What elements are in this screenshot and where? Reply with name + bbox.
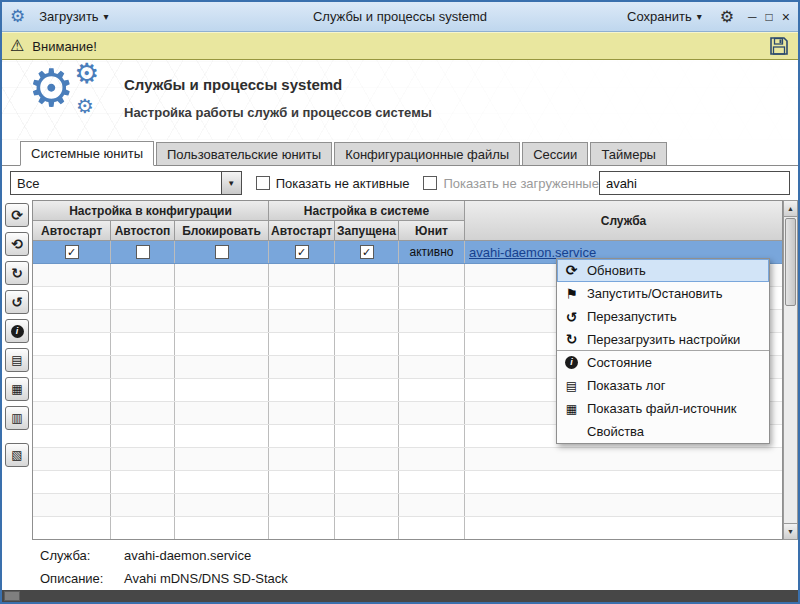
filter-bar: Все ▼ Показать не активные Показать не з… <box>2 166 798 200</box>
menu-item-refresh[interactable]: ⟳ Обновить <box>557 259 769 282</box>
scroll-down-button[interactable]: ▼ <box>784 523 797 539</box>
vertical-scrollbar[interactable]: ▲ ▼ <box>783 200 798 540</box>
gear-icon: ⚙ <box>76 96 94 116</box>
warning-icon: ⚠ <box>10 38 24 54</box>
block-checkbox[interactable] <box>215 245 229 259</box>
scope-select[interactable]: Все ▼ <box>10 171 242 195</box>
start-stop-flag-icon: ⚑ <box>563 286 580 302</box>
window-title: Службы и процессы systemd <box>313 9 487 24</box>
detail-service-row: Служба: avahi-daemon.service <box>40 548 798 563</box>
chevron-down-icon: ▾ <box>697 11 702 22</box>
column-header-service[interactable]: Служба <box>465 201 782 241</box>
tab-label: Пользовательские юниты <box>167 147 321 162</box>
tab-label: Конфигурационные файлы <box>345 147 509 162</box>
toolbar-list-button[interactable]: ▧ <box>5 443 29 467</box>
tab-timers[interactable]: Таймеры <box>590 142 667 165</box>
cell: активно <box>399 241 465 263</box>
running-checkbox[interactable]: ✓ <box>360 245 374 259</box>
autostop-checkbox[interactable] <box>136 245 150 259</box>
minimize-button[interactable]: ─ <box>748 11 757 23</box>
page-title: Службы и процессы systemd <box>124 76 432 93</box>
detail-description-row: Описание: Avahi mDNS/DNS SD-Stack <box>40 571 798 586</box>
service-label: Служба: <box>40 548 124 563</box>
menu-item-status[interactable]: i Состояние <box>557 351 769 374</box>
gear-icon: ⚙ <box>28 62 75 114</box>
toolbar-undo-button[interactable]: ⟲ <box>5 232 29 256</box>
load-menu-button[interactable]: Загрузить ▾ <box>31 6 116 27</box>
menu-item-label: Показать лог <box>587 378 666 393</box>
save-file-icon[interactable] <box>768 35 790 57</box>
menu-item-show-log[interactable]: ▤ Показать лог <box>557 374 769 397</box>
details-panel: Служба: avahi-daemon.service Описание: A… <box>2 540 798 592</box>
show-unloaded-checkbox[interactable] <box>423 176 437 190</box>
menu-item-restart[interactable]: ↺ Перезапустить <box>557 305 769 328</box>
select-arrow-icon: ▼ <box>221 172 241 194</box>
tab-label: Системные юниты <box>31 146 143 161</box>
save-menu-button[interactable]: Сохранить ▾ <box>619 6 710 27</box>
save-menu-label: Сохранить <box>627 9 692 24</box>
menu-item-label: Запустить/Остановить <box>587 286 722 301</box>
menu-item-start-stop[interactable]: ⚑ Запустить/Остановить <box>557 282 769 305</box>
journal-icon: ▥ <box>11 411 22 425</box>
app-window: ⚙ Загрузить ▾ Службы и процессы systemd … <box>0 0 800 604</box>
source-file-icon: ▦ <box>11 382 22 396</box>
tab-config-files[interactable]: Конфигурационные файлы <box>334 142 520 165</box>
toolbar-refresh-button[interactable]: ⟳ <box>5 203 29 227</box>
show-inactive-checkbox[interactable] <box>256 176 270 190</box>
menu-item-show-source[interactable]: ▦ Показать файл-источник <box>557 397 769 420</box>
description-value: Avahi mDNS/DNS SD-Stack <box>124 571 288 586</box>
column-header-unit[interactable]: Юнит <box>399 221 465 241</box>
table-row <box>33 494 782 517</box>
menu-item-label: Показать файл-источник <box>587 401 736 416</box>
source-file-icon: ▦ <box>563 402 580 416</box>
reload-icon: ↻ <box>11 265 23 281</box>
window-controls: ─ □ × <box>748 10 790 24</box>
unit-filter-input[interactable] <box>599 171 790 195</box>
info-icon: i <box>565 356 578 369</box>
tab-system-units[interactable]: Системные юниты <box>20 141 154 166</box>
column-header-autostop[interactable]: Автостоп <box>111 221 175 241</box>
table-row <box>33 448 782 471</box>
toolbar-journal-button[interactable]: ▥ <box>5 406 29 430</box>
log-icon: ▤ <box>563 379 580 393</box>
reload-settings-icon: ↻ <box>563 331 580 347</box>
scroll-up-button[interactable]: ▲ <box>784 201 797 217</box>
app-icon: ⚙ <box>10 8 25 25</box>
autostart-system-checkbox[interactable]: ✓ <box>295 245 309 259</box>
scroll-thumb[interactable] <box>785 218 796 306</box>
menu-item-label: Перезапустить <box>587 309 677 324</box>
cell: ✓ <box>33 241 111 263</box>
column-header-autostart-system[interactable]: Автостарт <box>269 221 335 241</box>
scope-select-value: Все <box>11 172 221 194</box>
settings-gear-icon[interactable]: ⚙ <box>720 9 734 25</box>
refresh-icon: ⟳ <box>11 207 23 223</box>
close-button[interactable]: × <box>782 10 790 24</box>
column-header-autostart-config[interactable]: Автостарт <box>33 221 111 241</box>
column-header-block[interactable]: Блокировать <box>175 221 269 241</box>
maximize-button[interactable]: □ <box>766 11 773 23</box>
menu-item-reload-settings[interactable]: ↻ Перезагрузить настройки <box>557 328 769 351</box>
horizontal-scrollbar[interactable] <box>2 590 798 602</box>
cell <box>175 241 269 263</box>
gear-icon: ⚙ <box>74 60 99 88</box>
toolbar-restart-button[interactable]: ↺ <box>5 290 29 314</box>
tab-sessions[interactable]: Сессии <box>522 142 588 165</box>
toolbar-log-button[interactable]: ▤ <box>5 348 29 372</box>
toolbar-status-button[interactable]: i <box>5 319 29 343</box>
restart-icon: ↺ <box>563 309 580 325</box>
column-header-running[interactable]: Запущена <box>335 221 399 241</box>
service-value: avahi-daemon.service <box>124 548 251 563</box>
menu-item-label: Обновить <box>587 263 646 278</box>
tab-user-units[interactable]: Пользовательские юниты <box>156 142 332 165</box>
table-row <box>33 517 782 540</box>
scroll-stub[interactable] <box>4 591 20 601</box>
chevron-down-icon: ▾ <box>104 11 109 22</box>
toolbar-source-button[interactable]: ▦ <box>5 377 29 401</box>
toolbar-reload-button[interactable]: ↻ <box>5 261 29 285</box>
show-inactive-group: Показать не активные <box>256 176 410 191</box>
cell: ✓ <box>335 241 399 263</box>
autostart-config-checkbox[interactable]: ✓ <box>65 245 79 259</box>
undo-icon: ⟲ <box>11 236 23 252</box>
menu-item-properties[interactable]: Свойства <box>557 420 769 443</box>
page-header: ⚙ ⚙ ⚙ Службы и процессы systemd Настройк… <box>2 60 798 140</box>
